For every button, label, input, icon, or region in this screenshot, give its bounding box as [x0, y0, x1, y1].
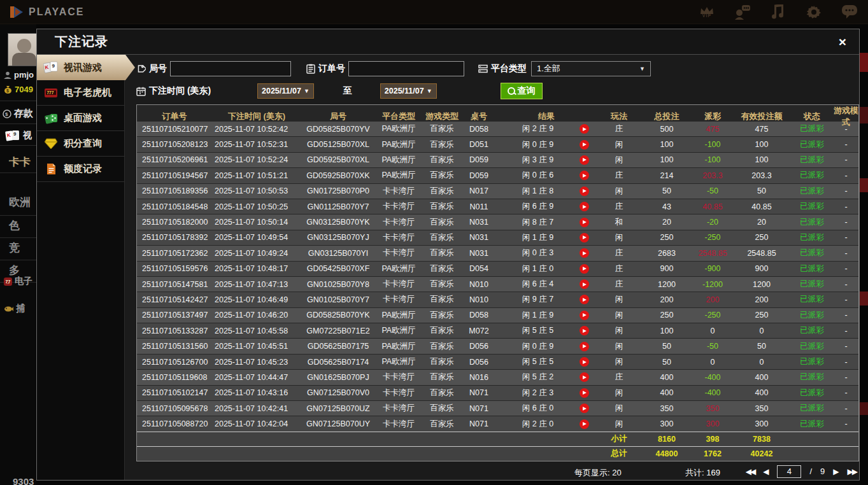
- cell-play-type: 庄: [597, 201, 641, 212]
- replay-play-icon[interactable]: [580, 372, 589, 382]
- bg-menu-item[interactable]: 色: [9, 218, 20, 233]
- cell-result: 闲 5 庄 5: [496, 323, 597, 338]
- round-number-input[interactable]: [170, 61, 291, 76]
- next-page-icon[interactable]: ▶: [833, 467, 839, 476]
- platform-type-select[interactable]: 1.全部 ▼: [531, 61, 651, 76]
- sidebar-item-credit-records[interactable]: 额度记录: [37, 157, 124, 182]
- bg-menu-item[interactable]: 卡卡: [9, 155, 31, 169]
- replay-play-icon[interactable]: [580, 202, 589, 211]
- sidebar-item-points[interactable]: 积分查询: [37, 131, 124, 157]
- pagination-bar: 每页显示: 20 共计: 169 ◀◀ ◀ / 9 ▶ ▶▶: [136, 461, 859, 483]
- betting-records-modal: 下注记录 × K 9 视讯游戏: [36, 29, 860, 481]
- table-row[interactable]: 251107105194567 2025-11-07 10:51:21 GD05…: [137, 167, 858, 183]
- replay-play-icon[interactable]: [580, 311, 589, 320]
- bg-deposit-button[interactable]: $ 存款: [3, 108, 33, 120]
- table-row[interactable]: 251107105189356 2025-11-07 10:50:53 GN01…: [137, 183, 858, 199]
- avatar[interactable]: [8, 33, 36, 66]
- date-to-picker[interactable]: 2025/11/07 ▼: [380, 83, 437, 99]
- chevron-down-icon: ▼: [639, 66, 645, 72]
- replay-play-icon[interactable]: [580, 264, 589, 274]
- replay-play-icon[interactable]: [580, 233, 589, 243]
- table-row[interactable]: 251107105133287 2025-11-07 10:45:58 GM07…: [137, 323, 858, 338]
- vip-icon[interactable]: VIP: [697, 3, 716, 21]
- table-row[interactable]: 251107105137497 2025-11-07 10:46:20 GD05…: [137, 307, 858, 323]
- cell-result: 闲 9 庄 7: [496, 292, 597, 307]
- replay-play-icon[interactable]: [580, 357, 589, 367]
- table-row[interactable]: 251107105184548 2025-11-07 10:50:25 GN01…: [137, 199, 858, 214]
- cell-payout: 200: [692, 295, 733, 304]
- table-row[interactable]: 251107105172362 2025-11-07 10:49:24 GN03…: [137, 245, 858, 260]
- table-row[interactable]: 251107105126700 2025-11-07 10:45:23 GD05…: [137, 354, 858, 369]
- table-row[interactable]: 251107105095678 2025-11-07 10:42:41 GN07…: [137, 400, 858, 416]
- replay-play-icon[interactable]: [580, 342, 589, 351]
- column-header: 平台类型: [375, 111, 422, 122]
- bg-menu-item[interactable]: 欧洲: [9, 195, 31, 209]
- bg-live-games-item[interactable]: K 9 视: [5, 130, 32, 141]
- replay-play-icon[interactable]: [580, 171, 589, 180]
- last-page-icon[interactable]: ▶▶: [848, 467, 857, 476]
- table-row[interactable]: 251107105206961 2025-11-07 10:52:24 GD05…: [137, 152, 858, 167]
- cell-round-number: GM07225B071E2: [301, 327, 375, 335]
- bg-right-sliver: [860, 53, 868, 72]
- replay-play-icon[interactable]: [580, 248, 589, 258]
- bg-fishing-item[interactable]: 捕: [4, 303, 25, 314]
- cell-platform: PA欧洲厅: [375, 123, 422, 134]
- replay-play-icon[interactable]: [580, 419, 589, 429]
- replay-play-icon[interactable]: [580, 404, 589, 413]
- cell-bet-time: 2025-11-07 10:45:51: [212, 342, 301, 351]
- support-icon[interactable]: [733, 3, 752, 21]
- cell-game-mode: -: [834, 388, 858, 397]
- replay-play-icon[interactable]: [580, 279, 589, 289]
- settings-icon[interactable]: [804, 3, 823, 21]
- replay-play-icon[interactable]: [580, 186, 589, 196]
- bg-menu-item[interactable]: 竞: [9, 241, 20, 255]
- replay-play-icon[interactable]: [580, 218, 589, 227]
- replay-play-icon[interactable]: [580, 326, 589, 335]
- close-icon[interactable]: ×: [839, 35, 846, 48]
- replay-play-icon[interactable]: [580, 140, 589, 150]
- table-row[interactable]: 251107105102147 2025-11-07 10:43:16 GN07…: [137, 385, 858, 400]
- cell-status: 已派彩: [790, 325, 834, 336]
- vip-label: VIP: [702, 13, 711, 18]
- replay-play-icon[interactable]: [580, 155, 589, 165]
- to-label: 至: [343, 85, 352, 97]
- cell-game-mode: -: [834, 295, 858, 304]
- cell-bet-time: 2025-11-07 10:45:23: [212, 358, 301, 367]
- order-number-label: 订单号: [306, 63, 345, 74]
- first-page-icon[interactable]: ◀◀: [746, 467, 755, 476]
- order-number-input[interactable]: [348, 61, 464, 76]
- cell-payout: -900: [692, 264, 733, 273]
- date-from-picker[interactable]: 2025/11/07 ▼: [257, 83, 314, 99]
- playace-logo[interactable]: PLAYACE: [9, 4, 85, 20]
- replay-play-icon[interactable]: [580, 124, 589, 134]
- replay-play-icon[interactable]: [580, 388, 589, 398]
- table-row[interactable]: 251107105088720 2025-11-07 10:42:04 GN07…: [137, 416, 858, 431]
- query-button[interactable]: 查询: [501, 83, 543, 99]
- prev-page-icon[interactable]: ◀: [763, 467, 769, 476]
- music-icon[interactable]: [769, 3, 788, 21]
- page-number-input[interactable]: [777, 465, 801, 478]
- table-row[interactable]: 251107105210077 2025-11-07 10:52:42 GD05…: [137, 121, 858, 136]
- cell-platform: 卡卡湾厅: [375, 201, 422, 212]
- table-row[interactable]: 251107105147581 2025-11-07 10:47:13 GN01…: [137, 276, 858, 292]
- cell-play-type: 闲: [597, 310, 641, 321]
- table-row[interactable]: 251107105142427 2025-11-07 10:46:49 GN01…: [137, 292, 858, 307]
- chat-icon[interactable]: [840, 3, 859, 21]
- table-row[interactable]: 251107105119608 2025-11-07 10:44:47 GN01…: [137, 369, 858, 384]
- table-row[interactable]: 251107105208123 2025-11-07 10:52:31 GD05…: [137, 136, 858, 151]
- table-row[interactable]: 251107105178392 2025-11-07 10:49:54 GN03…: [137, 230, 858, 245]
- sidebar-item-slots[interactable]: 777 电子老虎机: [37, 80, 124, 106]
- table-row[interactable]: 251107105182000 2025-11-07 10:50:14 GN03…: [137, 214, 858, 229]
- table-row[interactable]: 251107105159576 2025-11-07 10:48:17 GD05…: [137, 261, 858, 276]
- replay-play-icon[interactable]: [580, 295, 589, 304]
- cell-play-type: 闲: [597, 419, 641, 430]
- cell-game-mode: -: [834, 218, 858, 227]
- cell-total-bet: 1200: [641, 280, 692, 289]
- sidebar-item-table-games[interactable]: 桌面游戏: [37, 106, 124, 131]
- cell-status: 已派彩: [790, 372, 834, 383]
- svg-text:$: $: [6, 88, 9, 94]
- bg-slots-item[interactable]: 7̲7 电子: [4, 276, 32, 287]
- cell-result: 闲 0 庄 9: [496, 137, 597, 151]
- sidebar-item-live-games[interactable]: K 9 视讯游戏: [37, 55, 135, 80]
- table-row[interactable]: 251107105131560 2025-11-07 10:45:51 GD05…: [137, 338, 858, 353]
